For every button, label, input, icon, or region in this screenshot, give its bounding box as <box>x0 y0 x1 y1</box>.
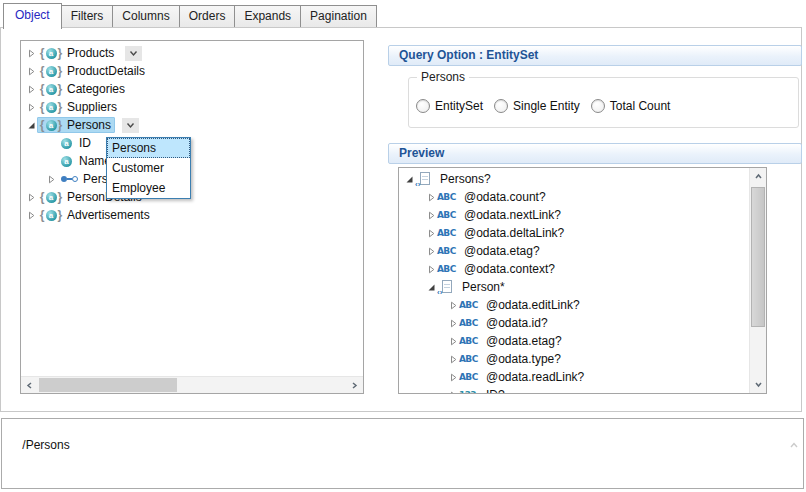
expand-icon[interactable] <box>25 49 37 58</box>
dropdown-item-persons[interactable]: Persons <box>107 138 190 158</box>
string-field-icon: ABC <box>459 297 483 313</box>
string-field-icon: ABC <box>437 225 461 241</box>
preview-item-odata-readlink[interactable]: ABC@odata.readLink? <box>399 368 749 386</box>
preview-item-odata-context[interactable]: ABC@odata.context? <box>399 260 749 278</box>
chevron-up-icon <box>769 424 799 466</box>
expand-icon[interactable] <box>425 211 437 220</box>
tree-item-products[interactable]: {a}Products <box>21 44 363 62</box>
entity-set-icon: {a} <box>38 81 64 97</box>
entity-type-dropdown-button[interactable] <box>125 46 142 61</box>
preview-item-odata-editlink[interactable]: ABC@odata.editLink? <box>399 296 749 314</box>
query-option-header: Query Option : EntitySet <box>388 45 802 66</box>
radio-option-single-entity[interactable]: Single Entity <box>494 99 580 113</box>
expand-icon[interactable] <box>25 67 37 76</box>
navigation-property-icon <box>58 171 80 187</box>
expand-icon[interactable] <box>25 103 37 112</box>
schema-tree: {a}Products{a}ProductDetails{a}Categorie… <box>21 44 363 376</box>
preview-item-persons[interactable]: ‹›Persons? <box>399 170 749 188</box>
entity-type-dropdown-button[interactable] <box>122 118 139 133</box>
expand-icon[interactable] <box>425 265 437 274</box>
expand-icon[interactable] <box>25 193 37 202</box>
preview-item-odata-type[interactable]: ABC@odata.type? <box>399 350 749 368</box>
tree-item-persons[interactable]: {a}Persons <box>21 116 363 134</box>
schema-tree-panel: {a}Products{a}ProductDetails{a}Categorie… <box>20 40 364 394</box>
expand-icon[interactable] <box>447 301 459 310</box>
string-field-icon: ABC <box>459 351 483 367</box>
scroll-right-button[interactable] <box>346 377 363 393</box>
tab-columns[interactable]: Columns <box>112 5 179 27</box>
tree-item-id[interactable]: aID <box>21 134 363 152</box>
property-icon: a <box>58 153 76 169</box>
horizontal-scrollbar-thumb[interactable] <box>39 378 177 392</box>
expand-icon[interactable] <box>447 319 459 328</box>
dropdown-item-customer[interactable]: Customer <box>107 158 190 178</box>
entity-set-icon: {a} <box>38 117 64 133</box>
tab-bar: ObjectFiltersColumnsOrdersExpandsPaginat… <box>3 2 376 28</box>
collapse-icon[interactable] <box>403 175 415 184</box>
scroll-down-button[interactable] <box>750 376 766 393</box>
radio-circle-total-count[interactable] <box>591 99 605 113</box>
query-text-area[interactable]: /Persons <box>1 418 804 489</box>
expand-icon[interactable] <box>447 373 459 382</box>
expand-icon[interactable] <box>447 391 459 394</box>
string-field-icon: ABC <box>459 315 483 331</box>
expand-icon[interactable] <box>425 229 437 238</box>
preview-item-odata-etag[interactable]: ABC@odata.etag? <box>399 332 749 350</box>
tab-expands[interactable]: Expands <box>234 5 301 27</box>
tree-item-persondetail[interactable]: PersonDetail <box>21 170 363 188</box>
entity-set-icon: {a} <box>38 45 64 61</box>
preview-panel: ‹›Persons?ABC@odata.count?ABC@odata.next… <box>398 167 767 394</box>
vertical-scrollbar[interactable] <box>749 168 766 393</box>
preview-item-odata-etag[interactable]: ABC@odata.etag? <box>399 242 749 260</box>
tree-item-name[interactable]: aName <box>21 152 363 170</box>
expand-icon[interactable] <box>45 175 57 184</box>
preview-item-odata-count[interactable]: ABC@odata.count? <box>399 188 749 206</box>
entity-mode-groupbox: Persons EntitySetSingle EntityTotal Coun… <box>408 77 799 128</box>
expand-icon[interactable] <box>447 355 459 364</box>
query-text: /Persons <box>22 438 69 452</box>
entity-set-icon: {a} <box>38 63 64 79</box>
tab-filters[interactable]: Filters <box>61 5 114 27</box>
expand-icon[interactable] <box>447 337 459 346</box>
dropdown-item-employee[interactable]: Employee <box>107 178 190 198</box>
expand-icon[interactable] <box>425 193 437 202</box>
entity-set-icon: {a} <box>38 207 64 223</box>
tree-item-productdetails[interactable]: {a}ProductDetails <box>21 62 363 80</box>
vertical-scrollbar-thumb[interactable] <box>751 187 765 327</box>
preview-item-odata-id[interactable]: ABC@odata.id? <box>399 314 749 332</box>
tab-pagination[interactable]: Pagination <box>300 5 377 27</box>
tab-object[interactable]: Object <box>3 3 62 29</box>
expand-icon[interactable] <box>25 85 37 94</box>
tab-orders[interactable]: Orders <box>179 5 236 27</box>
entity-set-icon: {a} <box>38 189 64 205</box>
preview-item-id[interactable]: 123ID? <box>399 386 749 393</box>
preview-tree: ‹›Persons?ABC@odata.count?ABC@odata.next… <box>399 170 749 393</box>
groupbox-legend: Persons <box>417 70 469 84</box>
radio-option-total-count[interactable]: Total Count <box>591 99 671 113</box>
collapse-icon[interactable] <box>25 121 37 130</box>
preview-title: Preview <box>399 146 444 160</box>
scroll-up-button[interactable] <box>750 168 766 185</box>
preview-item-person[interactable]: ‹›Person* <box>399 278 749 296</box>
entity-set-icon: {a} <box>38 99 64 115</box>
tree-item-advertisements[interactable]: {a}Advertisements <box>21 206 363 224</box>
radio-circle-entityset[interactable] <box>416 99 430 113</box>
horizontal-scrollbar[interactable] <box>21 376 363 393</box>
expand-icon[interactable] <box>425 247 437 256</box>
radio-circle-single-entity[interactable] <box>494 99 508 113</box>
entity-node-icon: ‹› <box>415 172 434 187</box>
string-field-icon: ABC <box>459 333 483 349</box>
tree-item-persondetails[interactable]: {a}PersonDetails <box>21 188 363 206</box>
expand-icon[interactable] <box>25 211 37 220</box>
scroll-left-button[interactable] <box>21 377 38 393</box>
entity-type-dropdown: PersonsCustomerEmployee <box>106 137 191 199</box>
preview-item-odata-nextlink[interactable]: ABC@odata.nextLink? <box>399 206 749 224</box>
tree-item-suppliers[interactable]: {a}Suppliers <box>21 98 363 116</box>
string-field-icon: ABC <box>437 189 461 205</box>
radio-option-entityset[interactable]: EntitySet <box>416 99 483 113</box>
tree-item-categories[interactable]: {a}Categories <box>21 80 363 98</box>
preview-item-odata-deltalink[interactable]: ABC@odata.deltaLink? <box>399 224 749 242</box>
odata-query-builder-window: ObjectFiltersColumnsOrdersExpandsPaginat… <box>0 0 806 492</box>
string-field-icon: ABC <box>437 243 461 259</box>
collapse-icon[interactable] <box>425 283 437 292</box>
